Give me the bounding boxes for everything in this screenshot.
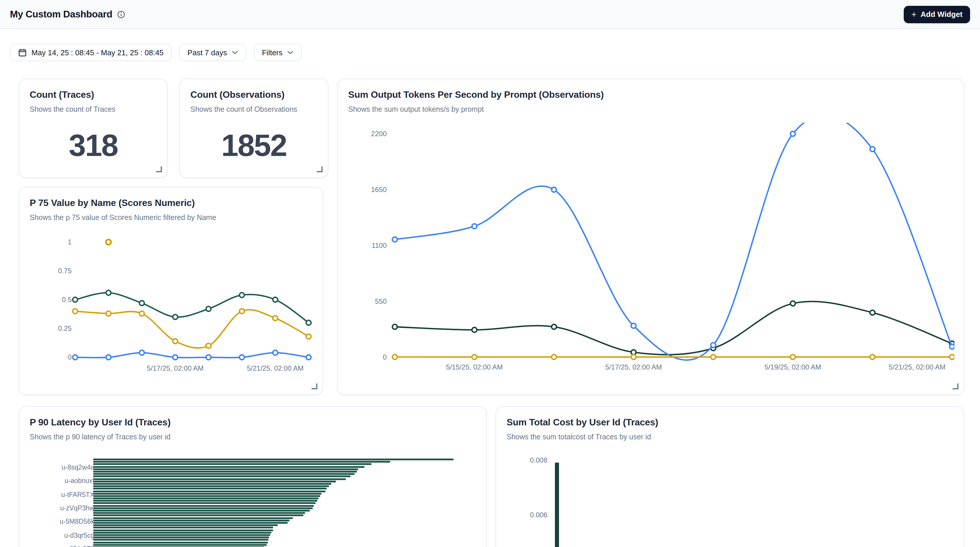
bar <box>93 458 453 460</box>
bar <box>93 536 269 538</box>
widget-count-observations: Count (Observations) Shows the count of … <box>179 79 328 178</box>
svg-text:0: 0 <box>383 353 387 361</box>
widget-subtitle: Shows the p 75 value of Scores Numeric f… <box>30 214 312 222</box>
bar <box>93 490 326 492</box>
svg-text:5/15/25, 02:00 AM: 5/15/25, 02:00 AM <box>446 363 503 371</box>
widget-subtitle: Shows the p 90 latency of Traces by user… <box>30 433 476 441</box>
widget-subtitle: Shows the sum totalcost of Traces by use… <box>507 433 953 441</box>
y-axis-label: u-aobnuxf <box>30 477 94 485</box>
y-axis-label: u-d3qr5cg <box>30 531 94 539</box>
bar <box>93 544 266 545</box>
resize-handle-icon[interactable] <box>156 166 162 172</box>
widget-sum-output-tokens: Sum Output Tokens Per Second by Prompt (… <box>337 79 964 395</box>
svg-text:5/21/25, 02:00 AM: 5/21/25, 02:00 AM <box>247 364 304 372</box>
count-traces-value: 318 <box>19 130 167 161</box>
resize-handle-icon[interactable] <box>317 166 323 172</box>
widget-p90-latency: P 90 Latency by User Id (Traces) Shows t… <box>19 406 487 547</box>
bar <box>93 534 270 536</box>
bar <box>93 461 390 463</box>
bar <box>93 512 305 514</box>
bar <box>93 480 336 482</box>
calendar-icon <box>18 48 27 57</box>
widget-subtitle: Shows the count of Traces <box>30 105 157 114</box>
svg-text:5/19/25, 02:00 AM: 5/19/25, 02:00 AM <box>765 363 821 371</box>
widget-subtitle: Shows the sum output tokens/s by prompt <box>348 105 953 114</box>
plus-icon: + <box>911 10 916 19</box>
filters-button[interactable]: Filters <box>254 44 302 61</box>
svg-text:0.5: 0.5 <box>62 296 72 303</box>
bar <box>93 468 358 470</box>
bar <box>93 483 332 485</box>
info-icon[interactable] <box>117 10 125 18</box>
widget-count-traces: Count (Traces) Shows the count of Traces… <box>19 79 168 178</box>
bar <box>93 493 321 494</box>
resize-handle-icon[interactable] <box>312 384 317 389</box>
widget-title: Count (Observations) <box>191 90 317 100</box>
bar <box>93 466 365 468</box>
date-range-label: May 14, 25 : 08:45 - May 21, 25 : 08:45 <box>32 48 164 57</box>
widget-title: P 75 Value by Name (Scores Numeric) <box>30 198 312 208</box>
bar <box>93 541 268 543</box>
resize-handle-icon[interactable] <box>953 384 958 389</box>
bar <box>93 517 293 519</box>
bar <box>93 495 321 497</box>
bar <box>93 478 346 480</box>
bar <box>93 539 269 541</box>
date-range-button[interactable]: May 14, 25 : 08:45 - May 21, 25 : 08:45 <box>10 44 172 61</box>
y-axis-label: u-tFAR5TX <box>30 490 94 498</box>
bar <box>93 507 313 509</box>
p75-value-line-chart: 00.250.50.7515/17/25, 02:00 AM5/21/25, 0… <box>30 233 323 385</box>
add-widget-button[interactable]: + Add Widget <box>904 6 970 23</box>
bar <box>93 503 315 504</box>
y-axis-label: u-5M8D56k <box>30 518 94 526</box>
bar <box>93 531 271 533</box>
bar <box>555 463 559 547</box>
bar <box>93 498 318 499</box>
svg-text:0.25: 0.25 <box>58 324 72 332</box>
bar <box>93 473 355 475</box>
y-axis-label: u-zVqP3hw <box>30 504 94 512</box>
chevron-down-icon <box>232 50 238 54</box>
svg-text:5/17/25, 02:00 AM: 5/17/25, 02:00 AM <box>147 364 204 372</box>
svg-text:0: 0 <box>68 353 72 361</box>
svg-text:5/21/25, 02:00 AM: 5/21/25, 02:00 AM <box>889 363 946 371</box>
bar <box>93 485 329 487</box>
widget-title: Sum Total Cost by User Id (Traces) <box>507 417 953 428</box>
bar <box>93 471 356 472</box>
widget-title: P 90 Latency by User Id (Traces) <box>30 417 476 428</box>
bar <box>93 488 327 490</box>
bar <box>93 522 288 524</box>
bar <box>93 476 350 477</box>
date-preset-label: Past 7 days <box>188 48 227 57</box>
widget-sum-total-cost: Sum Total Cost by User Id (Traces) Shows… <box>496 406 964 547</box>
widget-p75-value: P 75 Value by Name (Scores Numeric) Show… <box>19 187 323 395</box>
bar <box>93 505 314 507</box>
widget-subtitle: Shows the count of Observations <box>191 105 317 114</box>
chevron-down-icon <box>287 50 294 54</box>
svg-text:550: 550 <box>375 297 387 305</box>
page-title: My Custom Dashboard <box>10 9 112 20</box>
svg-text:0.75: 0.75 <box>58 267 72 275</box>
bar <box>93 500 317 502</box>
sum-output-tokens-line-chart: 05501100165022005/15/25, 02:00 AM5/17/25… <box>348 123 955 385</box>
bar <box>93 510 310 512</box>
svg-text:2200: 2200 <box>371 130 387 138</box>
widget-title: Sum Output Tokens Per Second by Prompt (… <box>348 90 953 100</box>
bar <box>93 524 278 526</box>
bar <box>93 463 371 465</box>
svg-text:1: 1 <box>68 238 72 246</box>
add-widget-label: Add Widget <box>921 10 963 19</box>
svg-text:1100: 1100 <box>372 241 387 249</box>
bar <box>93 515 303 517</box>
y-axis-label: 0.008 <box>508 456 547 465</box>
date-preset-button[interactable]: Past 7 days <box>179 44 246 61</box>
bar <box>93 529 273 531</box>
svg-text:1650: 1650 <box>371 186 387 193</box>
y-axis-label: u-8fVa9T3 <box>30 545 94 547</box>
bar <box>93 520 290 522</box>
svg-text:5/17/25, 02:00 AM: 5/17/25, 02:00 AM <box>605 363 662 371</box>
count-observations-value: 1852 <box>180 130 328 161</box>
y-axis-label: 0.006 <box>508 511 547 519</box>
filters-label: Filters <box>262 48 283 57</box>
filter-row: May 14, 25 : 08:45 - May 21, 25 : 08:45 … <box>10 44 302 61</box>
